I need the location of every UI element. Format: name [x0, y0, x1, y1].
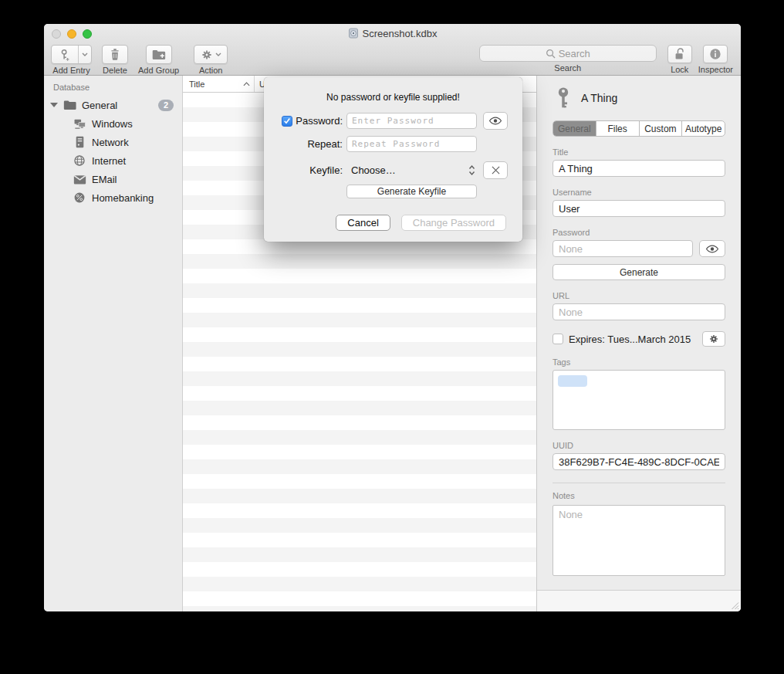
- lock-button[interactable]: [667, 45, 692, 63]
- alert-message: No password or keyfile supplied!: [264, 77, 522, 103]
- group-label: Internet: [92, 155, 126, 167]
- delete-label: Delete: [103, 66, 127, 75]
- search-icon: [546, 49, 556, 59]
- search-group: Search Search: [479, 45, 657, 73]
- tags-field[interactable]: [553, 370, 725, 430]
- reveal-password-button[interactable]: [483, 112, 508, 130]
- username-field[interactable]: [553, 200, 725, 217]
- uuid-field[interactable]: [553, 453, 725, 470]
- action-label: Action: [199, 66, 223, 75]
- sidebar-item-internet[interactable]: Internet: [44, 151, 182, 170]
- expires-checkbox[interactable]: [553, 334, 563, 344]
- server-icon: [73, 136, 86, 148]
- password-row: [553, 240, 725, 257]
- resize-grip[interactable]: [731, 601, 739, 610]
- entry-title: A Thing: [581, 92, 617, 104]
- add-entry-group: Add Entry: [51, 45, 92, 75]
- generate-button[interactable]: Generate: [553, 264, 725, 280]
- password-label: Password:: [296, 115, 343, 127]
- inspector-panel: A Thing General Files Custom Autotype Ti…: [536, 76, 741, 611]
- chevron-down-icon: [82, 52, 88, 56]
- password-field[interactable]: [553, 240, 693, 257]
- search-input[interactable]: Search: [479, 45, 657, 62]
- tag-token[interactable]: [558, 375, 587, 387]
- key-icon: [556, 86, 571, 110]
- group-label: EMail: [92, 174, 117, 185]
- sort-ascending-icon: [243, 82, 250, 86]
- document-icon: [348, 28, 359, 39]
- enter-password-field[interactable]: [346, 113, 477, 129]
- inspector-label: Inspector: [698, 65, 733, 74]
- cancel-button[interactable]: Cancel: [336, 215, 390, 231]
- change-password-dialog: No password or keyfile supplied! Passwor…: [264, 77, 522, 242]
- title-bar[interactable]: Screenshot.kdbx: [44, 24, 741, 42]
- sidebar-header: Database: [44, 83, 182, 96]
- dialog-buttons: Cancel Change Password: [264, 215, 522, 231]
- chevron-down-icon: [215, 52, 221, 56]
- column-header-title[interactable]: Title: [183, 76, 255, 92]
- change-password-button[interactable]: Change Password: [401, 215, 506, 231]
- folder-plus-icon: [151, 49, 166, 61]
- globe-icon: [73, 154, 86, 167]
- window-chrome: Screenshot.kdbx Add Entry D: [44, 24, 741, 76]
- reveal-password-button[interactable]: [699, 240, 725, 257]
- url-field[interactable]: [553, 303, 725, 320]
- expires-label: Expires: Tues...March 2015: [569, 334, 691, 345]
- password-field-label: Password: [553, 228, 725, 237]
- close-button[interactable]: [52, 29, 61, 39]
- folder-icon: [63, 99, 76, 111]
- sidebar-item-homebanking[interactable]: Homebanking: [44, 188, 182, 207]
- clear-keyfile-button[interactable]: [483, 161, 508, 179]
- repeat-row: Repeat:: [264, 136, 522, 152]
- section-divider: [553, 483, 725, 483]
- tab-general[interactable]: General: [553, 121, 596, 136]
- password-row: Password:: [264, 112, 522, 130]
- expires-row: Expires: Tues...March 2015: [553, 331, 725, 347]
- add-group-button[interactable]: [146, 45, 172, 64]
- entry-count-badge: 2: [158, 100, 174, 111]
- lock-group: Lock: [667, 45, 692, 74]
- search-label: Search: [554, 63, 581, 73]
- eye-icon: [488, 117, 502, 125]
- tab-autotype[interactable]: Autotype: [681, 121, 725, 136]
- inspector-content: A Thing General Files Custom Autotype Ti…: [537, 76, 741, 590]
- password-checkbox[interactable]: [282, 116, 292, 127]
- username-field-label: Username: [553, 188, 725, 197]
- delete-button[interactable]: [102, 45, 128, 64]
- expires-settings-button[interactable]: [702, 331, 725, 347]
- notes-field[interactable]: [553, 505, 725, 576]
- trash-icon: [109, 48, 121, 61]
- title-field[interactable]: [553, 160, 725, 177]
- generate-keyfile-button[interactable]: Generate Keyfile: [346, 185, 477, 198]
- keyfile-popup[interactable]: Choose…: [346, 162, 477, 178]
- sidebar-item-email[interactable]: EMail: [44, 170, 182, 188]
- search-placeholder: Search: [559, 48, 590, 59]
- tab-files[interactable]: Files: [596, 121, 639, 136]
- close-x-icon: [492, 166, 500, 174]
- keyfile-label: Keyfile:: [309, 164, 343, 176]
- stepper-icon: [468, 164, 475, 176]
- sidebar-item-windows[interactable]: Windows: [44, 114, 182, 133]
- repeat-password-field[interactable]: [346, 136, 477, 152]
- sidebar-item-general[interactable]: General 2: [44, 96, 182, 114]
- key-plus-icon[interactable]: [52, 46, 79, 63]
- lock-label: Lock: [671, 65, 688, 74]
- minimize-button[interactable]: [67, 29, 76, 39]
- zoom-button[interactable]: [83, 29, 92, 39]
- sidebar-item-network[interactable]: Network: [44, 133, 182, 151]
- add-group-label: Add Group: [138, 66, 179, 75]
- add-entry-dropdown[interactable]: [79, 46, 91, 63]
- add-entry-label: Add Entry: [52, 66, 90, 75]
- action-button[interactable]: [194, 45, 228, 64]
- gear-icon: [708, 334, 719, 344]
- gear-icon: [201, 49, 213, 61]
- disclosure-triangle-icon[interactable]: [50, 103, 58, 107]
- add-entry-button[interactable]: [51, 45, 92, 64]
- network-computers-icon: [73, 117, 86, 130]
- tab-custom[interactable]: Custom: [639, 121, 682, 136]
- inspector-footer: [537, 590, 741, 611]
- inspector-button[interactable]: [703, 45, 728, 63]
- inspector-tabs: General Files Custom Autotype: [553, 120, 725, 137]
- title-field-label: Title: [553, 147, 725, 157]
- url-field-label: URL: [553, 291, 725, 300]
